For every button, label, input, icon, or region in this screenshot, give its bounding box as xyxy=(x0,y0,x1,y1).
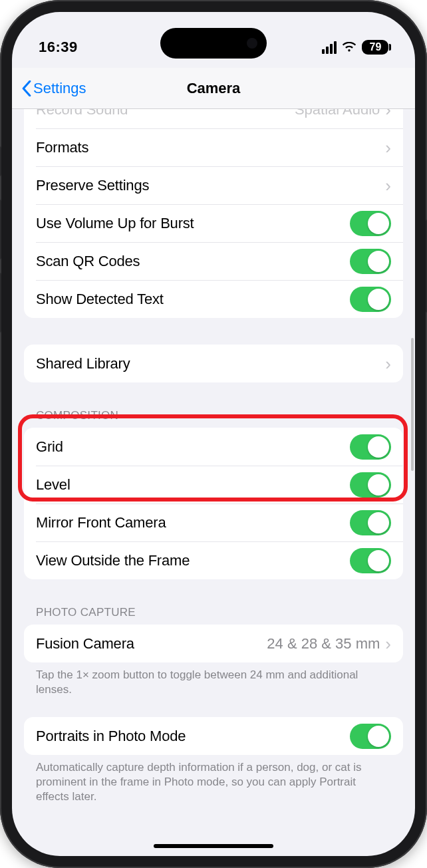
grid-toggle[interactable] xyxy=(350,434,391,460)
grid-label: Grid xyxy=(36,438,350,456)
photo-capture-header: Photo Capture xyxy=(24,606,403,625)
cellular-signal-icon xyxy=(322,41,337,54)
chevron-right-icon: › xyxy=(385,635,391,652)
mirror-label: Mirror Front Camera xyxy=(36,514,350,531)
volume-burst-toggle[interactable] xyxy=(350,211,391,236)
iphone-frame: 16:39 79 Settings Camera xyxy=(0,0,427,868)
row-volume-burst: Use Volume Up for Burst xyxy=(24,204,403,242)
row-scan-qr: Scan QR Codes xyxy=(24,242,403,280)
chevron-right-icon: › xyxy=(385,177,391,194)
outside-toggle[interactable] xyxy=(350,548,391,573)
record-sound-label: Record Sound xyxy=(36,109,295,118)
chevron-right-icon: › xyxy=(385,355,391,372)
level-label: Level xyxy=(36,476,350,494)
shared-library-label: Shared Library xyxy=(36,355,385,372)
detected-text-toggle[interactable] xyxy=(350,287,391,312)
home-indicator[interactable] xyxy=(154,844,273,848)
battery-level: 79 xyxy=(370,41,382,53)
nav-bar: Settings Camera xyxy=(12,68,415,109)
chevron-right-icon: › xyxy=(385,139,391,156)
back-button[interactable]: Settings xyxy=(21,80,86,97)
level-toggle[interactable] xyxy=(350,472,391,498)
row-formats[interactable]: Formats › xyxy=(24,128,403,166)
battery-icon: 79 xyxy=(362,40,388,55)
outside-label: View Outside the Frame xyxy=(36,552,350,569)
portraits-toggle[interactable] xyxy=(350,724,391,749)
preserve-label: Preserve Settings xyxy=(36,177,385,194)
page-title: Camera xyxy=(187,80,241,97)
dynamic-island xyxy=(160,28,267,59)
formats-label: Formats xyxy=(36,139,385,156)
fusion-value: 24 & 28 & 35 mm xyxy=(267,635,380,652)
chevron-right-icon: › xyxy=(385,109,391,118)
qr-label: Scan QR Codes xyxy=(36,253,350,270)
fusion-footer: Tap the 1× zoom button to toggle between… xyxy=(24,662,403,697)
row-record-sound[interactable]: Record Sound Spatial Audio › xyxy=(24,109,403,128)
record-sound-value: Spatial Audio xyxy=(295,109,380,118)
row-detected-text: Show Detected Text xyxy=(24,280,403,318)
row-grid: Grid xyxy=(24,428,403,466)
content-scroll[interactable]: Record Sound Spatial Audio › Formats › P… xyxy=(12,109,415,856)
row-fusion-camera[interactable]: Fusion Camera 24 & 28 & 35 mm › xyxy=(24,625,403,662)
volume-burst-label: Use Volume Up for Burst xyxy=(36,215,350,232)
chevron-left-icon xyxy=(21,80,32,96)
back-label: Settings xyxy=(33,80,86,97)
row-shared-library[interactable]: Shared Library › xyxy=(24,345,403,382)
wifi-icon xyxy=(342,42,356,53)
composition-header: Composition xyxy=(24,409,403,428)
row-preserve-settings[interactable]: Preserve Settings › xyxy=(24,166,403,204)
row-level: Level xyxy=(24,466,403,504)
portraits-label: Portraits in Photo Mode xyxy=(36,728,350,745)
detected-text-label: Show Detected Text xyxy=(36,291,350,308)
front-camera-icon xyxy=(247,38,257,49)
row-outside-frame: View Outside the Frame xyxy=(24,541,403,579)
volume-down-button xyxy=(0,273,1,333)
fusion-label: Fusion Camera xyxy=(36,635,267,652)
row-mirror-front: Mirror Front Camera xyxy=(24,504,403,541)
row-portraits-photo-mode: Portraits in Photo Mode xyxy=(24,717,403,755)
mute-switch xyxy=(0,146,1,176)
screen: 16:39 79 Settings Camera xyxy=(12,12,415,856)
qr-toggle[interactable] xyxy=(350,249,391,274)
mirror-toggle[interactable] xyxy=(350,510,391,535)
status-time: 16:39 xyxy=(39,39,78,56)
portraits-footer: Automatically capture depth information … xyxy=(24,755,403,804)
volume-up-button xyxy=(0,200,1,259)
